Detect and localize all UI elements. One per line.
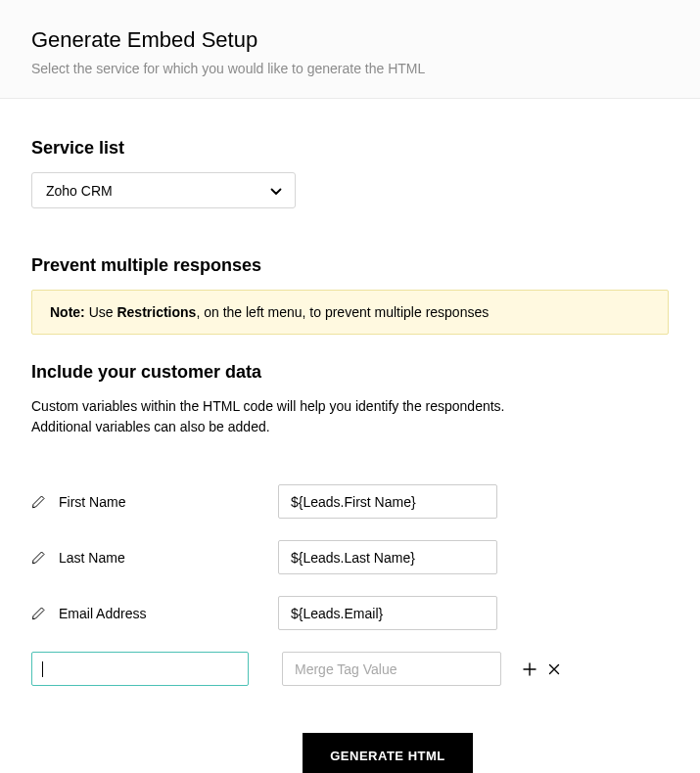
service-select[interactable]: Zoho CRM (31, 172, 296, 208)
variable-value-input[interactable] (278, 540, 497, 574)
note-text-1: Use (85, 304, 117, 320)
merge-tag-value-input[interactable] (282, 652, 501, 686)
text-cursor (42, 661, 43, 677)
variable-label: Last Name (59, 550, 278, 566)
page-title: Generate Embed Setup (31, 27, 669, 53)
service-list-heading: Service list (31, 138, 669, 159)
new-variable-row (31, 652, 669, 686)
prevent-multiple-heading: Prevent multiple responses (31, 255, 669, 276)
action-icons (523, 662, 560, 676)
customer-data-heading: Include your customer data (31, 362, 669, 383)
variable-row: First Name (31, 484, 669, 519)
page-subtitle: Select the service for which you would l… (31, 61, 669, 76)
variable-row: Last Name (31, 540, 669, 574)
edit-icon-col (31, 495, 59, 509)
generate-button-row: GENERATE HTML (278, 733, 497, 773)
pencil-icon[interactable] (31, 551, 45, 565)
new-variable-name-input[interactable] (31, 652, 249, 686)
pencil-icon[interactable] (31, 607, 45, 620)
variable-label: Email Address (59, 606, 278, 621)
edit-icon-col (31, 607, 59, 620)
close-icon[interactable] (548, 663, 560, 675)
note-restrictions: Restrictions (117, 304, 196, 320)
note-box: Note: Use Restrictions, on the left menu… (31, 290, 669, 335)
content-section: Service list Zoho CRM Prevent multiple r… (0, 99, 700, 773)
variable-value-input[interactable] (278, 596, 497, 630)
variable-value-input[interactable] (278, 484, 497, 519)
variable-label: First Name (59, 494, 278, 510)
note-text-2: , on the left menu, to prevent multiple … (196, 304, 489, 320)
generate-html-button[interactable]: GENERATE HTML (303, 733, 472, 773)
edit-icon-col (31, 551, 59, 565)
note-label: Note: (50, 304, 85, 320)
pencil-icon[interactable] (31, 495, 45, 509)
variable-rows: First Name Last Name Email Address (31, 484, 669, 686)
service-select-wrapper: Zoho CRM (31, 172, 296, 208)
customer-data-description: Custom variables within the HTML code wi… (31, 396, 531, 437)
header-section: Generate Embed Setup Select the service … (0, 0, 700, 99)
variable-row: Email Address (31, 596, 669, 630)
plus-icon[interactable] (523, 662, 537, 676)
